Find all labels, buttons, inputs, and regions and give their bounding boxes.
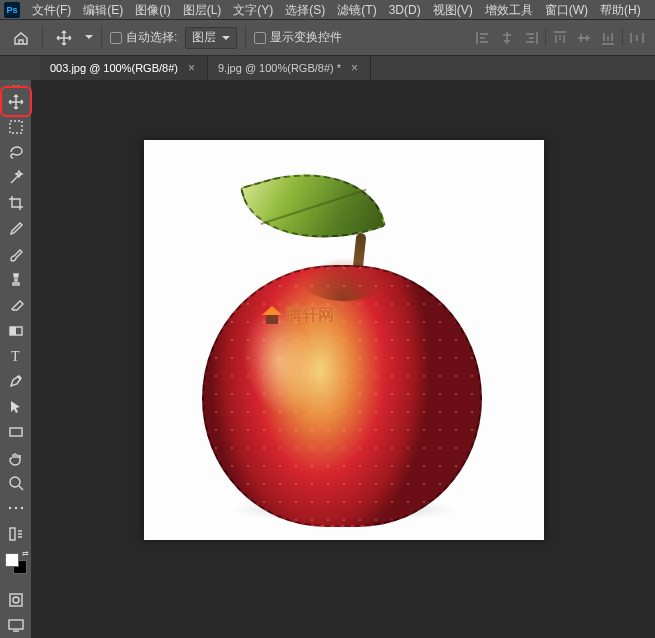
- foreground-color[interactable]: [5, 553, 19, 567]
- tab-003[interactable]: 003.jpg @ 100%(RGB/8#) ×: [40, 56, 208, 80]
- menu-help[interactable]: 帮助(H): [594, 0, 647, 20]
- align-center-v-icon[interactable]: [574, 28, 594, 48]
- path-select-tool[interactable]: [4, 395, 28, 418]
- menu-view[interactable]: 视图(V): [427, 0, 479, 20]
- svg-rect-9: [10, 528, 15, 540]
- eraser-tool[interactable]: [4, 293, 28, 316]
- gradient-icon: [7, 322, 25, 340]
- type-icon: T: [7, 347, 25, 365]
- pen-tool[interactable]: [4, 370, 28, 393]
- screenmode-icon: [7, 616, 25, 634]
- menu-window[interactable]: 窗口(W): [539, 0, 594, 20]
- auto-select-checkbox[interactable]: 自动选择:: [110, 29, 177, 46]
- edit-toolbar[interactable]: [4, 522, 28, 545]
- type-tool[interactable]: T: [4, 344, 28, 367]
- stamp-icon: [7, 271, 25, 289]
- hand-icon: [7, 449, 25, 467]
- menu-select[interactable]: 选择(S): [279, 0, 331, 20]
- stamp-tool[interactable]: [4, 268, 28, 291]
- auto-select-dropdown[interactable]: 图层: [185, 27, 237, 49]
- quickmask-icon: [7, 591, 25, 609]
- checkbox-icon: [110, 32, 122, 44]
- menu-image[interactable]: 图像(I): [129, 0, 176, 20]
- divider: [245, 26, 246, 50]
- eraser-icon: [7, 296, 25, 314]
- svg-rect-10: [10, 594, 22, 606]
- gradient-tool[interactable]: [4, 319, 28, 342]
- edit-icon: [7, 525, 25, 543]
- menu-layer[interactable]: 图层(L): [177, 0, 228, 20]
- arrow-icon: [7, 398, 25, 416]
- tab-9[interactable]: 9.jpg @ 100%(RGB/8#) * ×: [208, 56, 371, 80]
- svg-point-6: [8, 507, 10, 509]
- magic-wand-tool[interactable]: [4, 166, 28, 189]
- canvas-area[interactable]: 腾轩网: [32, 80, 655, 638]
- watermark-text: 腾轩网: [286, 305, 334, 326]
- distribute-h-icon[interactable]: [627, 28, 647, 48]
- brush-tool[interactable]: [4, 243, 28, 266]
- wand-icon: [7, 169, 25, 187]
- divider: [545, 28, 546, 46]
- rectangle-icon: [7, 423, 25, 441]
- marquee-icon: [7, 118, 25, 136]
- svg-point-7: [14, 507, 16, 509]
- show-transform-checkbox[interactable]: 显示变换控件: [254, 29, 342, 46]
- menu-plugins[interactable]: 增效工具: [479, 0, 539, 20]
- move-icon: [55, 29, 73, 47]
- close-icon[interactable]: ×: [349, 61, 360, 75]
- tool-strip: T ⇄: [0, 80, 32, 638]
- menu-file[interactable]: 文件(F): [26, 0, 77, 20]
- svg-text:T: T: [11, 349, 20, 364]
- align-right-icon[interactable]: [521, 28, 541, 48]
- home-icon: [12, 29, 30, 47]
- ellipsis-icon: [7, 503, 25, 513]
- swap-colors-icon[interactable]: ⇄: [22, 549, 29, 558]
- work-area: T ⇄: [0, 80, 655, 638]
- home-button[interactable]: [8, 25, 34, 51]
- chevron-down-icon[interactable]: [85, 29, 93, 47]
- document-tab-bar: 003.jpg @ 100%(RGB/8#) × 9.jpg @ 100%(RG…: [0, 56, 655, 80]
- menu-edit[interactable]: 编辑(E): [77, 0, 129, 20]
- svg-rect-4: [10, 428, 22, 436]
- align-center-h-icon[interactable]: [497, 28, 517, 48]
- menu-filter[interactable]: 滤镜(T): [331, 0, 382, 20]
- marquee-tool[interactable]: [4, 115, 28, 138]
- svg-rect-0: [10, 121, 22, 133]
- move-icon: [7, 93, 25, 111]
- auto-select-value: 图层: [192, 29, 216, 46]
- align-bottom-icon[interactable]: [598, 28, 618, 48]
- canvas[interactable]: 腾轩网: [144, 140, 544, 540]
- checkbox-icon: [254, 32, 266, 44]
- app-logo: Ps: [4, 2, 20, 18]
- tab-label: 9.jpg @ 100%(RGB/8#) *: [218, 62, 341, 74]
- eyedropper-tool[interactable]: [4, 217, 28, 240]
- quickmask-tool[interactable]: [4, 588, 28, 611]
- zoom-tool[interactable]: [4, 471, 28, 494]
- brush-icon: [7, 245, 25, 263]
- hand-tool[interactable]: [4, 446, 28, 469]
- options-bar: 自动选择: 图层 显示变换控件: [0, 20, 655, 56]
- crop-tool[interactable]: [4, 192, 28, 215]
- shape-tool[interactable]: [4, 420, 28, 443]
- pen-icon: [7, 372, 25, 390]
- color-swatch[interactable]: ⇄: [5, 553, 27, 574]
- align-top-icon[interactable]: [550, 28, 570, 48]
- align-left-icon[interactable]: [473, 28, 493, 48]
- menu-3d[interactable]: 3D(D): [383, 0, 427, 20]
- tab-label: 003.jpg @ 100%(RGB/8#): [50, 62, 178, 74]
- move-tool[interactable]: [4, 90, 28, 113]
- align-group: [473, 28, 647, 48]
- crop-icon: [7, 194, 25, 212]
- svg-rect-2: [10, 327, 16, 335]
- grip-icon[interactable]: [13, 83, 19, 89]
- svg-rect-12: [9, 620, 23, 629]
- menu-type[interactable]: 文字(Y): [227, 0, 279, 20]
- apple-speckle: [204, 267, 480, 525]
- chevron-down-icon: [222, 34, 230, 42]
- tool-preset-button[interactable]: [51, 25, 77, 51]
- lasso-tool[interactable]: [4, 141, 28, 164]
- menu-bar: Ps 文件(F) 编辑(E) 图像(I) 图层(L) 文字(Y) 选择(S) 滤…: [0, 0, 655, 20]
- more-tools[interactable]: [4, 497, 28, 520]
- screenmode-tool[interactable]: [4, 613, 28, 636]
- close-icon[interactable]: ×: [186, 61, 197, 75]
